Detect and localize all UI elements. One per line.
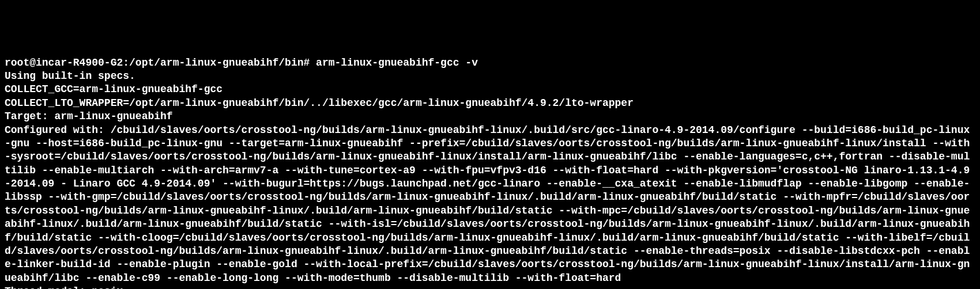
prompt-line: root@incar-R4900-G2:/opt/arm-linux-gnuea…	[5, 57, 478, 69]
terminal-output[interactable]: root@incar-R4900-G2:/opt/arm-linux-gnuea…	[5, 56, 975, 289]
output-line: Thread model: posix	[5, 286, 123, 289]
output-line: Configured with: /cbuild/slaves/oorts/cr…	[5, 124, 970, 284]
output-line: Using built-in specs.	[5, 70, 135, 82]
output-line: COLLECT_LTO_WRAPPER=/opt/arm-linux-gnuea…	[5, 97, 634, 109]
output-line: COLLECT_GCC=arm-linux-gnueabihf-gcc	[5, 83, 223, 95]
output-line: Target: arm-linux-gnueabihf	[5, 111, 173, 122]
